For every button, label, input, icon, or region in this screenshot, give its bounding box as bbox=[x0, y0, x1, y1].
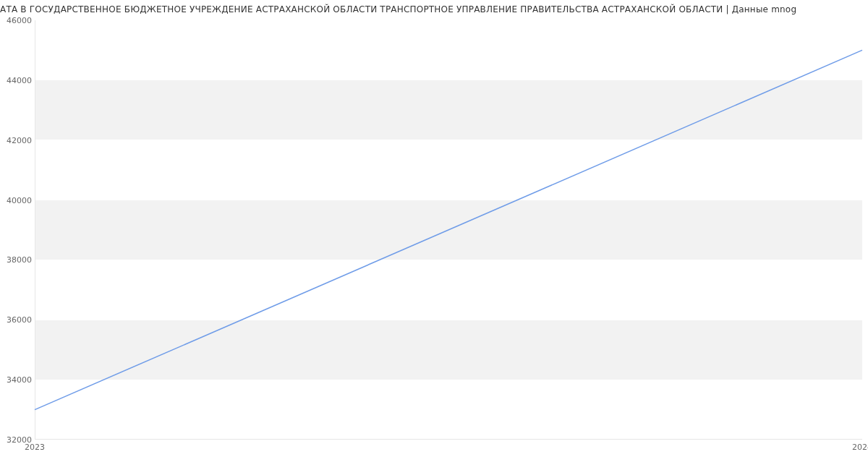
x-axis-tick-label: 2023 bbox=[25, 443, 45, 452]
y-axis-tick-label: 42000 bbox=[3, 135, 32, 145]
y-axis-tick-label: 34000 bbox=[3, 375, 32, 385]
chart-plot-area bbox=[35, 20, 862, 440]
chart-title: АТА В ГОСУДАРСТВЕННОЕ БЮДЖЕТНОЕ УЧРЕЖДЕН… bbox=[0, 4, 868, 14]
x-axis-tick-label: 2024 bbox=[852, 443, 868, 452]
chart-line-series bbox=[35, 20, 862, 440]
y-axis-tick-label: 36000 bbox=[3, 315, 32, 325]
y-axis-tick-label: 46000 bbox=[3, 16, 32, 25]
y-axis-tick-label: 44000 bbox=[3, 75, 32, 85]
y-axis-tick-label: 40000 bbox=[3, 195, 32, 205]
y-axis-tick-label: 38000 bbox=[3, 255, 32, 265]
